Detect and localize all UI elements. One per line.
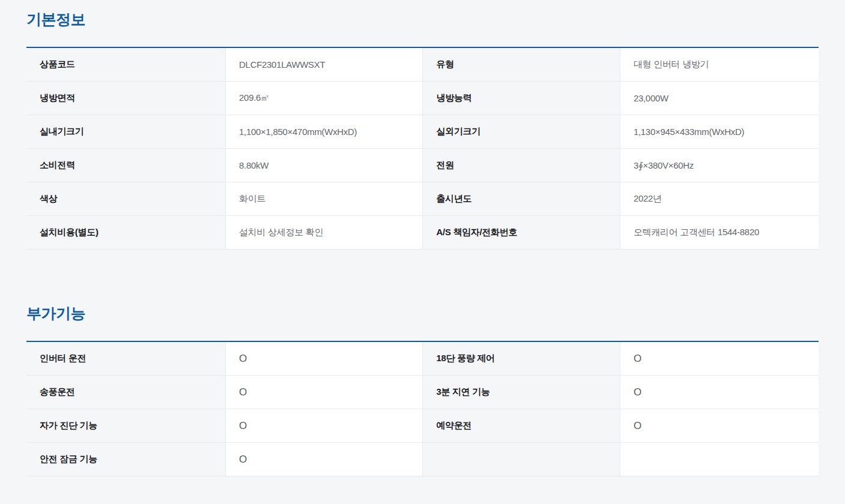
spec-label-cooling-capacity: 냉방능력 bbox=[422, 82, 619, 115]
feature-flag-empty bbox=[620, 443, 819, 476]
feature-label-empty bbox=[422, 443, 619, 476]
feature-label-self-diagnosis: 자가 진단 기능 bbox=[26, 409, 225, 443]
installation-fee-detail-link[interactable]: 설치비 상세정보 확인 bbox=[225, 216, 422, 250]
spec-label-power-supply: 전원 bbox=[422, 149, 619, 182]
features-table: 인버터 운전 O 18단 풍량 제어 O 송풍운전 O 3분 지연 기능 O 자… bbox=[26, 341, 819, 476]
feature-label-fan-mode: 송풍운전 bbox=[26, 376, 225, 409]
spec-label-installation-cost: 설치비용(별도) bbox=[26, 216, 225, 250]
feature-flag-18-step-fan: O bbox=[620, 342, 819, 376]
product-spec-page: 기본정보 상품코드 DLCF2301LAWWSXT 유형 대형 인버터 냉방기 … bbox=[0, 0, 845, 504]
spec-value-power-supply: 3∮×380V×60Hz bbox=[620, 149, 819, 182]
section-title-basic-info: 기본정보 bbox=[26, 0, 819, 29]
spec-value-cooling-capacity: 23,000W bbox=[620, 82, 819, 115]
spec-value-product-code: DLCF2301LAWWSXT bbox=[225, 48, 422, 82]
spec-value-release-year: 2022년 bbox=[620, 182, 819, 216]
feature-flag-self-diagnosis: O bbox=[225, 409, 422, 443]
spec-label-cooling-area: 냉방면적 bbox=[26, 82, 225, 115]
spec-label-product-code: 상품코드 bbox=[26, 48, 225, 82]
feature-flag-reservation: O bbox=[620, 409, 819, 443]
feature-flag-safety-lock: O bbox=[225, 443, 422, 476]
feature-label-3min-delay: 3분 지연 기능 bbox=[422, 376, 619, 409]
feature-label-reservation: 예약운전 bbox=[422, 409, 619, 443]
spec-value-indoor-size: 1,100×1,850×470mm(WxHxD) bbox=[225, 115, 422, 149]
feature-flag-fan-mode: O bbox=[225, 376, 422, 409]
feature-flag-3min-delay: O bbox=[620, 376, 819, 409]
basic-info-table: 상품코드 DLCF2301LAWWSXT 유형 대형 인버터 냉방기 냉방면적 … bbox=[26, 47, 819, 250]
feature-label-18-step-fan: 18단 풍량 제어 bbox=[422, 342, 619, 376]
feature-flag-inverter: O bbox=[225, 342, 422, 376]
spec-label-color: 색상 bbox=[26, 182, 225, 216]
spec-value-power-consumption: 8.80kW bbox=[225, 149, 422, 182]
spec-value-color: 화이트 bbox=[225, 182, 422, 216]
spec-value-outdoor-size: 1,130×945×433mm(WxHxD) bbox=[620, 115, 819, 149]
section-title-features: 부가기능 bbox=[26, 304, 819, 323]
spec-value-type: 대형 인버터 냉방기 bbox=[620, 48, 819, 82]
spec-value-cooling-area: 209.6㎡ bbox=[225, 82, 422, 115]
spec-label-power-consumption: 소비전력 bbox=[26, 149, 225, 182]
feature-label-inverter: 인버터 운전 bbox=[26, 342, 225, 376]
spec-label-type: 유형 bbox=[422, 48, 619, 82]
spec-label-outdoor-size: 실외기크기 bbox=[422, 115, 619, 149]
spec-label-as-contact: A/S 책임자/전화번호 bbox=[422, 216, 619, 250]
feature-label-safety-lock: 안전 잠금 기능 bbox=[26, 443, 225, 476]
spec-label-release-year: 출시년도 bbox=[422, 182, 619, 216]
spec-value-as-contact: 오텍캐리어 고객센터 1544-8820 bbox=[620, 216, 819, 250]
spec-label-indoor-size: 실내기크기 bbox=[26, 115, 225, 149]
